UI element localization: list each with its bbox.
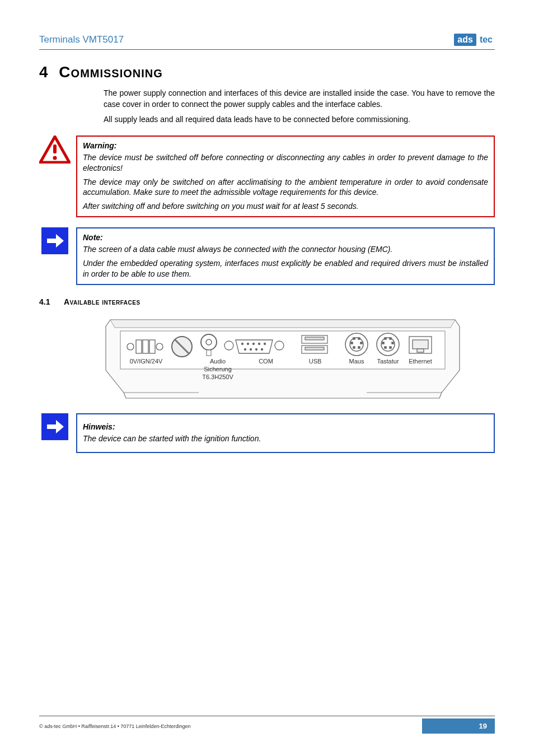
svg-rect-45 (390, 347, 391, 348)
warning-text-1: The device must be switched off before c… (83, 152, 488, 174)
note-title: Note: (83, 233, 488, 242)
svg-point-2 (53, 156, 57, 160)
svg-rect-1 (53, 144, 57, 153)
note-box: Note: The screen of a data cable must al… (76, 227, 495, 285)
svg-point-24 (261, 348, 263, 350)
label-ethernet: Ethernet (409, 358, 432, 365)
svg-rect-33 (358, 338, 360, 339)
svg-rect-35 (360, 342, 362, 344)
label-fuse1: Sicherung (204, 366, 232, 372)
svg-point-9 (156, 343, 163, 350)
warning-box: Warning: The device must be switched off… (76, 136, 495, 217)
header-divider (39, 49, 495, 50)
hinweis-box: Hinweis: The device can be started with … (76, 413, 495, 453)
warning-text-2: The device may only be switched on after… (83, 177, 488, 198)
svg-rect-43 (392, 342, 394, 344)
warning-icon (39, 136, 71, 217)
svg-rect-14 (207, 350, 211, 356)
svg-rect-34 (351, 342, 353, 344)
label-fuse2: T6.3H250V (202, 374, 233, 380)
svg-rect-42 (382, 342, 384, 344)
page-number: 19 (422, 718, 495, 734)
label-power: 0V/IGN/24V (130, 358, 163, 365)
svg-rect-8 (149, 340, 155, 353)
intro-paragraph-1: The power supply connection and interfac… (104, 88, 495, 110)
interfaces-diagram: 0V/IGN/24V Audio Sicherung T6.3H250V (104, 314, 462, 401)
svg-point-30 (345, 333, 368, 356)
svg-rect-48 (417, 349, 424, 352)
svg-rect-28 (305, 337, 324, 340)
hinweis-text-1: The device can be started with the ignit… (83, 433, 488, 444)
section-number: 4.1 (39, 297, 56, 306)
header-title: Terminals VMT5017 (39, 34, 124, 45)
svg-point-16 (242, 343, 243, 344)
section-title: Available interfaces (64, 297, 140, 306)
svg-point-5 (127, 343, 134, 350)
svg-point-20 (264, 343, 266, 344)
note-arrow-icon (39, 227, 71, 285)
footer-copyright: © ads-tec GmbH • Raiffeisenstr.14 • 7077… (39, 724, 190, 729)
svg-rect-32 (353, 338, 355, 339)
note-text-1: The screen of a data cable must always b… (83, 244, 488, 255)
svg-rect-40 (385, 338, 386, 339)
brand-logo: adstec (454, 34, 495, 46)
svg-point-19 (259, 343, 260, 344)
svg-rect-7 (143, 340, 148, 353)
svg-rect-6 (136, 340, 142, 353)
warning-text-3: After switching off and before switching… (83, 201, 488, 212)
chapter-heading: 4 Commissioning (39, 63, 495, 81)
hinweis-arrow-icon (39, 413, 71, 453)
svg-rect-44 (385, 347, 386, 348)
hinweis-title: Hinweis: (83, 422, 488, 431)
section-heading: 4.1 Available interfaces (39, 297, 495, 306)
chapter-title: Commissioning (59, 63, 162, 81)
svg-rect-36 (353, 347, 355, 348)
label-maus: Maus (349, 358, 364, 365)
note-text-2: Under the embedded operating system, int… (83, 258, 488, 279)
svg-point-23 (256, 348, 257, 350)
chapter-number: 4 (39, 63, 49, 81)
warning-title: Warning: (83, 141, 488, 150)
svg-point-18 (253, 343, 255, 344)
svg-point-25 (275, 341, 284, 350)
intro-paragraph-2: All supply leads and all required data l… (104, 114, 495, 125)
svg-point-15 (224, 341, 233, 350)
label-tastatur: Tastatur (377, 358, 399, 365)
svg-point-38 (377, 333, 399, 356)
footer-divider (39, 716, 495, 716)
label-com: COM (259, 358, 273, 365)
label-audio: Audio (210, 358, 226, 365)
svg-point-21 (245, 348, 246, 350)
svg-point-22 (250, 348, 252, 350)
label-usb: USB (309, 358, 322, 365)
svg-point-12 (201, 334, 217, 350)
logo-box: ads (454, 34, 476, 46)
svg-point-17 (247, 343, 249, 344)
svg-rect-37 (358, 347, 360, 348)
svg-rect-47 (413, 340, 428, 349)
svg-rect-41 (390, 338, 391, 339)
logo-text: tec (477, 34, 495, 45)
svg-rect-29 (305, 347, 324, 350)
